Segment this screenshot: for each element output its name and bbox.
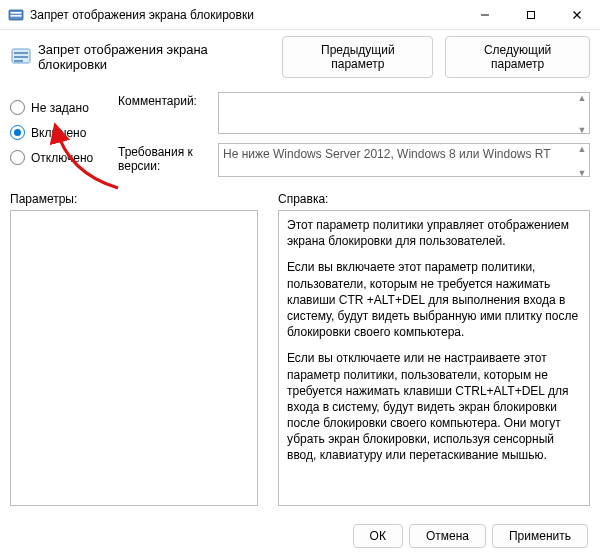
svg-rect-6 xyxy=(14,56,28,58)
setting-title: Запрет отображения экрана блокировки xyxy=(38,42,270,72)
radio-disabled[interactable]: Отключено xyxy=(10,150,118,165)
supported-on-textarea xyxy=(218,143,590,177)
right-fields: Комментарий: ▲▼ Требования к версии: ▲▼ xyxy=(118,92,590,186)
help-paragraph: Если вы отключаете или не настраиваете э… xyxy=(287,350,581,463)
svg-rect-2 xyxy=(11,15,22,17)
help-paragraph: Этот параметр политики управляет отображ… xyxy=(287,217,581,249)
comment-textarea[interactable] xyxy=(218,92,590,134)
svg-rect-3 xyxy=(528,11,535,18)
footer: ОК Отмена Применить xyxy=(0,516,600,556)
svg-rect-7 xyxy=(14,60,23,62)
comment-label: Комментарий: xyxy=(118,92,218,108)
close-button[interactable] xyxy=(554,0,600,29)
minimize-button[interactable] xyxy=(462,0,508,29)
maximize-button[interactable] xyxy=(508,0,554,29)
next-setting-button[interactable]: Следующий параметр xyxy=(445,36,590,78)
state-radio-group: Не задано Включено Отключено xyxy=(10,92,118,175)
radio-enabled[interactable]: Включено xyxy=(10,125,118,140)
gpo-app-icon xyxy=(8,7,24,23)
help-label: Справка: xyxy=(278,192,590,206)
apply-button[interactable]: Применить xyxy=(492,524,588,548)
svg-rect-5 xyxy=(14,52,28,54)
ok-button[interactable]: ОК xyxy=(353,524,403,548)
options-label: Параметры: xyxy=(10,192,258,206)
window-controls xyxy=(462,0,600,29)
header-row: Запрет отображения экрана блокировки Пре… xyxy=(0,30,600,86)
radio-icon xyxy=(10,150,25,165)
radio-label: Включено xyxy=(31,126,86,140)
radio-icon xyxy=(10,125,25,140)
radio-not-configured[interactable]: Не задано xyxy=(10,100,118,115)
radio-label: Отключено xyxy=(31,151,93,165)
cancel-button[interactable]: Отмена xyxy=(409,524,486,548)
body-area: Не задано Включено Отключено Комментарий… xyxy=(0,86,600,186)
help-paragraph: Если вы включаете этот параметр политики… xyxy=(287,259,581,340)
options-panel xyxy=(10,210,258,506)
svg-rect-1 xyxy=(11,12,22,14)
radio-icon xyxy=(10,100,25,115)
supported-label: Требования к версии: xyxy=(118,143,218,173)
window-title: Запрет отображения экрана блокировки xyxy=(30,8,462,22)
radio-label: Не задано xyxy=(31,101,89,115)
previous-setting-button[interactable]: Предыдущий параметр xyxy=(282,36,433,78)
help-panel: Этот параметр политики управляет отображ… xyxy=(278,210,590,506)
titlebar: Запрет отображения экрана блокировки xyxy=(0,0,600,30)
policy-setting-icon xyxy=(10,46,32,68)
lower-area: Параметры: Справка: Этот параметр полити… xyxy=(0,186,600,506)
